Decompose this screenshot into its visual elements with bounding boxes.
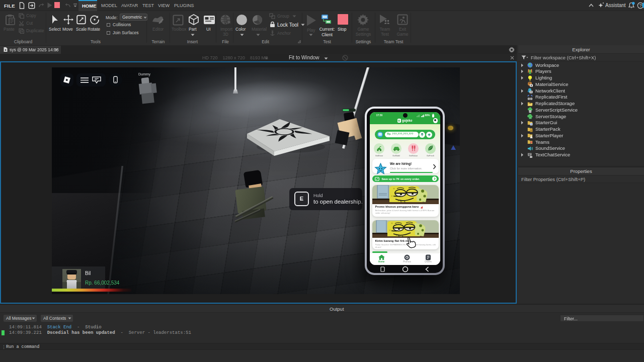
svg-text:?: ? — [639, 3, 642, 8]
